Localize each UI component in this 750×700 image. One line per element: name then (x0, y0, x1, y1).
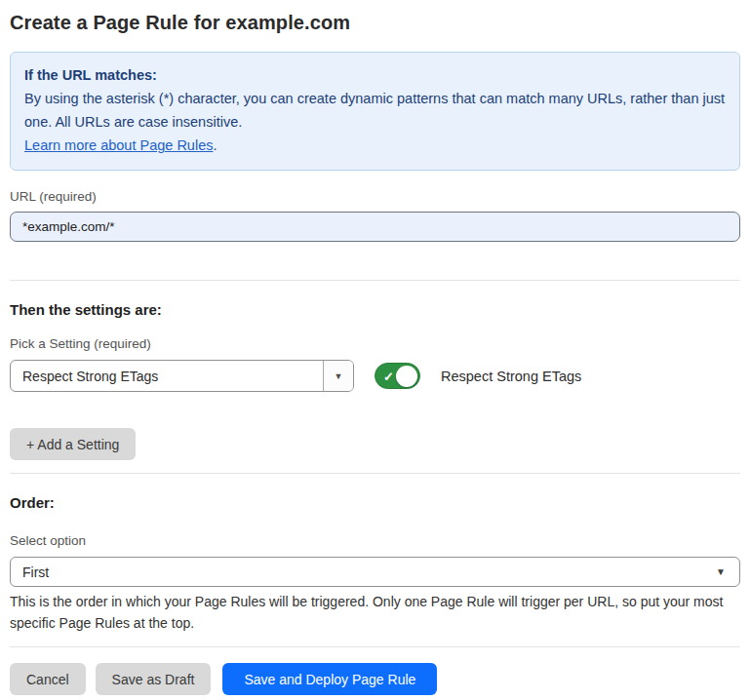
chevron-down-icon: ▼ (716, 566, 726, 577)
url-match-info-box: If the URL matches: By using the asteris… (10, 52, 740, 171)
setting-row: Respect Strong ETags ▼ ✓ Respect Strong … (10, 360, 740, 392)
page-title: Create a Page Rule for example.com (10, 12, 740, 34)
order-select-value: First (22, 564, 716, 580)
add-setting-button[interactable]: + Add a Setting (10, 428, 136, 460)
setting-select[interactable]: Respect Strong ETags ▼ (10, 360, 354, 392)
toggle-knob (396, 366, 417, 387)
order-select[interactable]: First ▼ (10, 557, 740, 587)
setting-toggle[interactable]: ✓ (375, 363, 420, 389)
save-deploy-button[interactable]: Save and Deploy Page Rule (222, 663, 437, 695)
setting-select-value: Respect Strong ETags (11, 361, 323, 391)
url-field-label: URL (required) (10, 189, 740, 204)
order-heading: Order: (10, 494, 740, 511)
pick-setting-label: Pick a Setting (required) (10, 336, 740, 351)
info-box-body: By using the asterisk (*) character, you… (24, 87, 726, 134)
divider (10, 280, 740, 281)
save-draft-button[interactable]: Save as Draft (96, 663, 212, 695)
url-input[interactable] (10, 212, 740, 242)
learn-more-link[interactable]: Learn more about Page Rules (24, 137, 213, 153)
order-help-text: This is the order in which your Page Rul… (10, 592, 731, 634)
setting-toggle-label: Respect Strong ETags (441, 369, 581, 384)
chevron-down-icon: ▼ (335, 371, 343, 381)
info-box-link-line: Learn more about Page Rules. (24, 134, 726, 157)
check-icon: ✓ (383, 369, 394, 382)
setting-select-arrow-button[interactable]: ▼ (323, 361, 353, 391)
info-box-heading: If the URL matches: (24, 63, 726, 87)
divider (10, 646, 740, 647)
divider (10, 473, 740, 474)
link-period: . (213, 137, 217, 153)
order-select-label: Select option (10, 533, 740, 548)
settings-heading: Then the settings are: (10, 301, 740, 318)
cancel-button[interactable]: Cancel (10, 663, 86, 695)
footer-actions: Cancel Save as Draft Save and Deploy Pag… (10, 663, 740, 695)
